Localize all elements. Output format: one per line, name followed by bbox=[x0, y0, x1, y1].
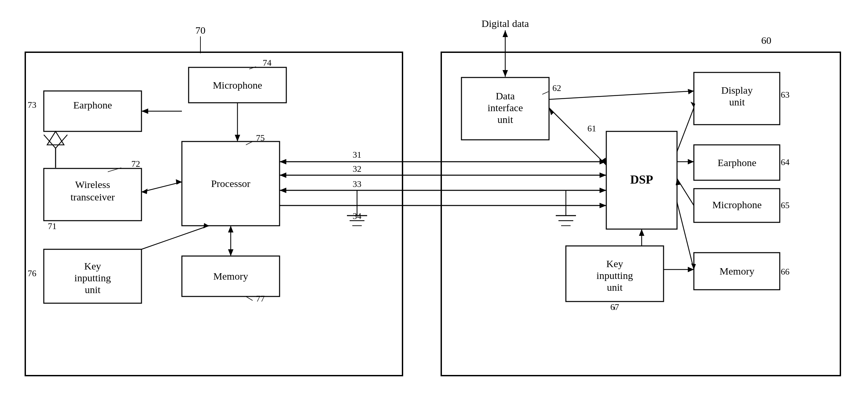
data-interface-label2: interface bbox=[488, 102, 523, 113]
svg-rect-4 bbox=[44, 91, 142, 131]
processor-label: Processor bbox=[211, 178, 251, 189]
diagram-container: 70 60 Earphone 73 Wireless transceiver 7… bbox=[0, 0, 868, 411]
ref-76: 76 bbox=[28, 268, 36, 278]
key-inputting-left-label2: inputting bbox=[74, 272, 111, 283]
ref-75: 75 bbox=[256, 133, 265, 143]
memory-left-label: Memory bbox=[213, 271, 248, 282]
ref-70: 70 bbox=[195, 25, 206, 36]
data-interface-label: Data bbox=[496, 90, 515, 101]
earphone-right-label: Earphone bbox=[718, 157, 756, 168]
bus31-label: 31 bbox=[353, 150, 362, 160]
display-unit-label2: unit bbox=[729, 96, 745, 107]
display-unit-label: Display bbox=[721, 85, 752, 96]
ref-77: 77 bbox=[256, 294, 265, 304]
key-inputting-right-label2: inputting bbox=[596, 270, 633, 281]
ref-63: 63 bbox=[781, 90, 789, 100]
bus32-label: 32 bbox=[353, 164, 362, 174]
key-inputting-left-label: Key bbox=[84, 260, 101, 272]
ref-62: 62 bbox=[552, 83, 561, 93]
ref-74: 74 bbox=[263, 58, 272, 68]
memory-right-label: Memory bbox=[719, 265, 754, 277]
wireless-transceiver-label: Wireless bbox=[75, 179, 110, 190]
microphone-right-label: Microphone bbox=[712, 199, 762, 210]
microphone-left-label: Microphone bbox=[213, 80, 262, 91]
dsp-label: DSP bbox=[630, 173, 653, 186]
earphone-left-label: Earphone bbox=[73, 99, 112, 110]
ref-60: 60 bbox=[761, 35, 771, 46]
digital-data-label: Digital data bbox=[482, 18, 529, 29]
ref-61: 61 bbox=[587, 124, 596, 133]
key-inputting-right-label: Key bbox=[606, 258, 623, 269]
ref-71: 71 bbox=[48, 221, 57, 231]
ref-72: 72 bbox=[131, 159, 140, 169]
key-inputting-right-label3: unit bbox=[607, 282, 623, 293]
ref-73: 73 bbox=[28, 100, 36, 110]
ref-64: 64 bbox=[781, 157, 789, 167]
bus33-label: 33 bbox=[353, 179, 362, 189]
key-inputting-left-label3: unit bbox=[85, 284, 101, 295]
ref-65: 65 bbox=[781, 200, 789, 210]
ref-66: 66 bbox=[781, 267, 789, 277]
wireless-transceiver-label2: transceiver bbox=[70, 191, 115, 202]
data-interface-label3: unit bbox=[497, 114, 513, 125]
